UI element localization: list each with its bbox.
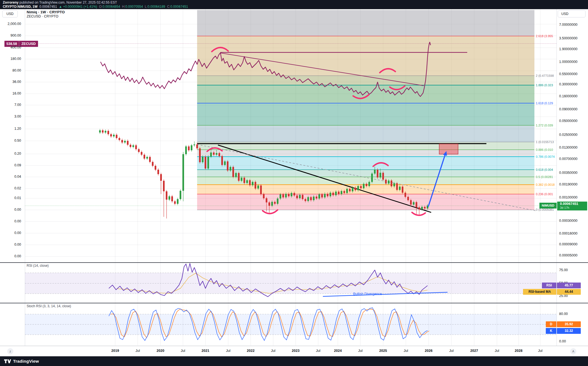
right-axis-tick: 0.55000000 xyxy=(559,72,577,76)
left-axis-tick: 2,000.00 xyxy=(7,22,21,26)
left-axis-tick: 80.00 xyxy=(12,68,21,73)
timezone-button[interactable]: z xyxy=(7,348,13,354)
left-price-axis[interactable]: USD 538.58 ZECUSD 2,000.00900.00400.0018… xyxy=(0,9,25,346)
left-axis-tick: 0.04 xyxy=(14,175,21,179)
zec-symbol-tag: ZECUSD xyxy=(19,42,38,46)
footer-bar: TradingView xyxy=(0,356,588,366)
fib-level-label: 0.786 (0.0074 xyxy=(536,155,555,159)
main-pane xyxy=(25,10,557,218)
right-axis-tick: 1.90000000 xyxy=(559,47,577,51)
chart-region: Nimiq · 1W · CRYPTO ZECUSD · CRYPTO USD … xyxy=(0,9,588,356)
time-axis-label: Jul xyxy=(538,349,542,353)
left-axis-tick: 0.01 xyxy=(14,196,21,200)
fib-level-label: 0 (0.0005081 xyxy=(536,208,554,212)
right-price-axis[interactable]: USD NIMUSD 0.00067451 3d 17h 7.000000003… xyxy=(557,9,588,346)
time-axis-label: 2020 xyxy=(157,349,164,353)
time-axis-label: Jul xyxy=(449,349,454,353)
fib-retracement-labels: 2.618 (3.9552 (0.47715981.886 (0.3231.61… xyxy=(536,9,556,272)
rsi-indicator-title[interactable]: RSI (14, close) xyxy=(27,264,49,268)
fib-level-label: 0.618 (0.004 xyxy=(536,168,553,172)
right-axis-tick: 0.00190000 xyxy=(559,182,577,187)
left-axis-tick: 0.00 xyxy=(14,254,21,258)
chart-legend[interactable]: Nimiq · 1W · CRYPTO ZECUSD · CRYPTO xyxy=(27,10,65,19)
tradingview-brand: TradingView xyxy=(13,359,39,364)
stoch-rsi-indicator-title[interactable]: Stoch RSI (3, 3, 14, 14, close) xyxy=(27,304,71,308)
time-axis-label: 2026 xyxy=(425,349,433,353)
overlay-symbol-legend[interactable]: ZECUSD · CRYPTO xyxy=(27,14,65,19)
right-axis-tick: 0.00350000 xyxy=(559,171,577,175)
chart-canvas[interactable] xyxy=(0,0,588,366)
auto-scale-button[interactable]: A xyxy=(570,348,576,354)
zec-last-price: 538.58 xyxy=(4,42,19,46)
nim-last-price: 0.00067451 xyxy=(560,202,587,206)
right-axis-tick: 0.00030000 xyxy=(559,219,577,223)
fib-level-label: 2.618 (3.955 xyxy=(536,34,553,38)
stoch-d-value-badge: 35.92 xyxy=(557,321,581,327)
left-axis-tick: 180.00 xyxy=(11,57,21,61)
time-axis-label: 2028 xyxy=(515,349,522,353)
time-axis[interactable]: z A 2019Jul2020Jul2021Jul2022Jul2023Jul2… xyxy=(0,346,588,356)
right-axis-tick: 0.00100000 xyxy=(559,195,577,200)
target-box xyxy=(439,144,458,154)
right-axis-tick: 0.30000000 xyxy=(559,82,577,87)
right-axis-tick: 0.02500000 xyxy=(559,133,577,137)
time-axis-label: 2023 xyxy=(292,349,300,353)
time-axis-label: 2024 xyxy=(334,349,342,353)
left-axis-tick: 7.00 xyxy=(14,103,21,107)
right-axis-tick: 0.09000000 xyxy=(559,107,577,111)
fib-level-label: 1.272 (0.039 xyxy=(536,124,553,127)
fib-level-label: 0.5 (0.00281 xyxy=(536,175,553,179)
right-axis-tick: 0.00009000 xyxy=(559,242,577,246)
left-axis-tick: 0.50 xyxy=(14,139,21,143)
fib-level-label: 2 (0.4771598 xyxy=(536,74,554,78)
fib-level-label: 0.236 (0.001 xyxy=(536,192,553,196)
fib-level-label: 1.886 (0.323 xyxy=(536,83,553,87)
fib-bands xyxy=(197,10,534,210)
left-currency-button[interactable]: USD xyxy=(2,10,18,17)
left-axis-tick: 3.00 xyxy=(14,115,21,119)
time-axis-label: Jul xyxy=(181,349,185,353)
left-axis-tick: 16.00 xyxy=(12,92,21,96)
left-axis-tick: 0.09 xyxy=(14,163,21,167)
right-axis-tick: 3.50000000 xyxy=(559,36,577,40)
left-axis-tick: 0.20 xyxy=(14,152,21,156)
right-axis-tick: 0.00016000 xyxy=(559,232,577,236)
time-axis-label: Jul xyxy=(226,349,230,353)
time-axis-label: Jul xyxy=(495,349,499,353)
left-axis-tick: 1.20 xyxy=(14,127,21,131)
right-currency-button[interactable]: USD xyxy=(558,10,586,17)
time-axis-label: Jul xyxy=(316,349,320,353)
rsi-pane xyxy=(25,263,557,297)
right-axis-tick: 7.00000000 xyxy=(559,23,577,27)
tradingview-screenshot: Zorroreny published on TradingView.com, … xyxy=(0,0,588,366)
time-axis-label: Jul xyxy=(135,349,140,353)
stoch-axis-tick: 0.00 xyxy=(559,339,566,344)
stoch-k-badge: K xyxy=(546,328,556,334)
left-axis-tick: 0.00 xyxy=(14,243,21,247)
nim-price-label: 0.00067451 3d 17h xyxy=(557,202,587,210)
fib-level-label: 1.618 (0.129 xyxy=(536,101,553,105)
time-axis-label: 2027 xyxy=(470,349,478,353)
right-axis-tick: 1.00000000 xyxy=(559,60,577,64)
time-axis-label: Jul xyxy=(404,349,408,353)
left-axis-tick: 0.00 xyxy=(14,231,21,235)
tradingview-logo-icon xyxy=(4,359,11,364)
zec-price-label: 538.58 ZECUSD xyxy=(4,41,38,47)
rsi-ma-badge: RSI-based MA xyxy=(523,289,556,295)
fib-level-label: 0.382 (0.0018 xyxy=(536,183,555,187)
right-axis-tick: 0.00005000 xyxy=(559,253,577,258)
bar-countdown: 3d 17h xyxy=(560,206,587,210)
stoch-d-badge: D xyxy=(546,321,556,327)
rsi-badge: RSI xyxy=(542,283,556,288)
time-axis-label: 2025 xyxy=(379,349,387,353)
left-axis-tick: 0.00 xyxy=(14,219,21,223)
rsi-axis-tick: 75.00 xyxy=(559,268,568,272)
rsi-ma-value-badge: 44.44 xyxy=(557,289,581,295)
time-axis-label: 2021 xyxy=(202,349,209,353)
stoch-axis-tick: 80.00 xyxy=(559,312,568,316)
time-axis-label: 2019 xyxy=(111,349,119,353)
rsi-value-badge: 45.77 xyxy=(557,283,581,288)
left-axis-tick: 400.00 xyxy=(11,45,21,50)
right-axis-tick: 0.00700000 xyxy=(559,157,577,161)
main-symbol-legend[interactable]: Nimiq · 1W · CRYPTO xyxy=(27,10,65,14)
